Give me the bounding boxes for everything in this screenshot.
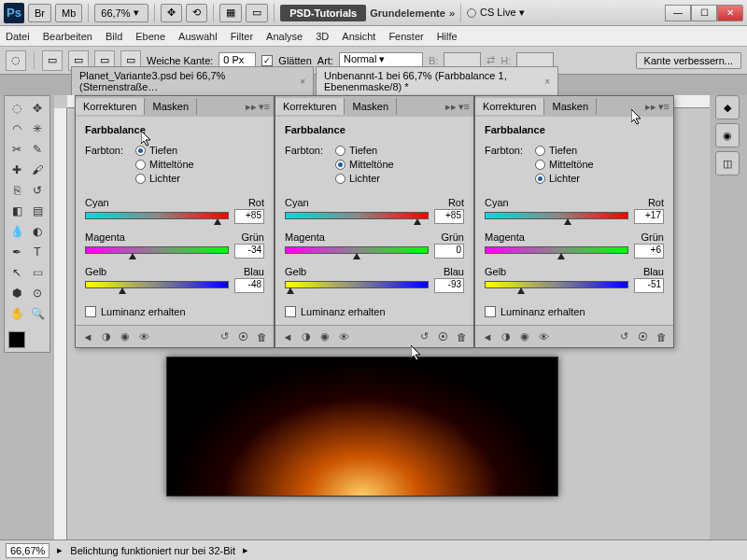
zoom-status[interactable]: 66,67%	[6, 543, 49, 558]
eyedropper-tool[interactable]: ✎	[27, 139, 48, 160]
close-button[interactable]: ✕	[717, 5, 743, 21]
back-icon[interactable]: ◄	[481, 330, 494, 343]
color-panel-icon[interactable]: ◆	[715, 95, 740, 119]
workspace-expand-icon[interactable]: »	[449, 7, 455, 19]
menu-datei[interactable]: Datei	[6, 31, 30, 42]
hand-icon[interactable]: ✥	[161, 4, 182, 22]
toggle-icon[interactable]: ⦿	[236, 330, 249, 343]
radio-lichter[interactable]: Lichter	[135, 173, 194, 184]
bridge-button[interactable]: Br	[28, 4, 51, 22]
radio-lichter[interactable]: Lichter	[535, 173, 594, 184]
adjust-icon[interactable]: ◑	[100, 330, 113, 343]
heal-tool[interactable]: ✚	[7, 160, 27, 180]
refine-edge-button[interactable]: Kante verbessern...	[636, 52, 741, 69]
menu-ebene[interactable]: Ebene	[135, 31, 165, 42]
slider-yb[interactable]	[485, 281, 628, 290]
tab-korrekturen[interactable]: Korrekturen	[76, 98, 145, 115]
luminanz-checkbox[interactable]	[485, 306, 496, 317]
radio-tiefen[interactable]: Tiefen	[135, 145, 194, 156]
menu-bild[interactable]: Bild	[106, 31, 122, 42]
brush-tool[interactable]: 🖌	[27, 160, 48, 180]
slider-value[interactable]: -51	[634, 278, 664, 293]
radio-tiefen[interactable]: Tiefen	[535, 145, 594, 156]
adjust-icon[interactable]: ◑	[300, 330, 313, 343]
tab-korrekturen[interactable]: Korrekturen	[475, 98, 544, 115]
view-icon[interactable]: 👁	[537, 330, 550, 343]
tab-masken[interactable]: Masken	[544, 98, 597, 115]
new-selection-icon[interactable]: ▭	[42, 50, 63, 71]
slider-mg[interactable]	[85, 246, 229, 256]
tab-masken[interactable]: Masken	[345, 98, 397, 115]
document-tab[interactable]: Planet_Variante3.psd bei 66,7% (Sternens…	[71, 66, 314, 95]
close-icon[interactable]: ×	[300, 77, 305, 87]
workspace-tab[interactable]: Grundelemente	[370, 7, 445, 19]
reset-icon[interactable]: ↺	[218, 330, 231, 343]
clip-icon[interactable]: ◉	[119, 330, 132, 343]
menu-fenster[interactable]: Fenster	[388, 31, 423, 42]
slider-cr[interactable]	[85, 212, 229, 221]
slider-mg[interactable]	[485, 246, 628, 256]
radio-tiefen[interactable]: Tiefen	[335, 145, 394, 156]
trash-icon[interactable]: 🗑	[255, 330, 268, 343]
slider-mg[interactable]	[285, 246, 429, 256]
panel-menu-icon[interactable]: ▾≡	[658, 101, 669, 113]
shape-tool[interactable]: ▭	[27, 262, 48, 283]
tab-korrekturen[interactable]: Korrekturen	[275, 98, 345, 115]
foreground-swatch[interactable]	[8, 331, 25, 348]
menu-hilfe[interactable]: Hilfe	[437, 31, 458, 42]
reset-icon[interactable]: ↺	[417, 330, 430, 343]
crop-tool[interactable]: ✂	[7, 139, 27, 160]
hand-tool[interactable]: ✋	[7, 303, 27, 324]
slider-yb[interactable]	[85, 281, 229, 290]
toggle-icon[interactable]: ⦿	[636, 330, 649, 343]
view-icon[interactable]: 👁	[337, 330, 350, 343]
collapse-icon[interactable]: ▸▸	[645, 101, 656, 113]
trash-icon[interactable]: 🗑	[455, 330, 468, 343]
minimize-button[interactable]: —	[665, 5, 691, 21]
stamp-tool[interactable]: ⎘	[7, 180, 27, 201]
styles-panel-icon[interactable]: ◫	[715, 151, 740, 175]
radio-mitteltoene[interactable]: Mitteltöne	[135, 159, 194, 170]
camera-tool[interactable]: ⊙	[27, 283, 48, 303]
slider-value[interactable]: -48	[234, 278, 264, 293]
eraser-tool[interactable]: ◧	[7, 201, 27, 221]
cslive-button[interactable]: CS Live ▾	[467, 7, 525, 19]
menu-bearbeiten[interactable]: Bearbeiten	[43, 31, 92, 42]
slider-value[interactable]: -34	[234, 244, 264, 259]
arrange-icon[interactable]: ▦	[219, 4, 242, 22]
slider-value[interactable]: +17	[634, 209, 664, 224]
radio-lichter[interactable]: Lichter	[335, 173, 394, 184]
type-tool[interactable]: T	[27, 242, 48, 262]
view-icon[interactable]: 👁	[137, 330, 150, 343]
slider-value[interactable]: +85	[234, 209, 264, 224]
zoom-field[interactable]: 66,7% ▾	[94, 4, 148, 22]
swatches-panel-icon[interactable]: ◉	[715, 123, 740, 147]
toggle-icon[interactable]: ⦿	[436, 330, 449, 343]
slider-value[interactable]: +6	[634, 244, 664, 259]
panel-menu-icon[interactable]: ▾≡	[458, 101, 470, 113]
status-arrow-icon[interactable]: ▸	[57, 544, 63, 556]
close-icon[interactable]: ×	[544, 77, 550, 87]
blur-tool[interactable]: 💧	[7, 221, 27, 242]
document-tab-active[interactable]: Unbenannt-1 bei 66,7% (Farbbalance 1, Eb…	[316, 66, 558, 95]
history-brush-tool[interactable]: ↺	[27, 180, 48, 201]
luminanz-checkbox[interactable]	[285, 306, 296, 317]
collapse-icon[interactable]: ▸▸	[445, 101, 457, 113]
slider-value[interactable]: 0	[434, 244, 464, 259]
marquee-tool[interactable]: ◌	[7, 98, 27, 119]
reset-icon[interactable]: ↺	[617, 330, 630, 343]
screenmode-icon[interactable]: ▭	[246, 4, 268, 22]
move-tool[interactable]: ✥	[27, 98, 48, 119]
minibridge-button[interactable]: Mb	[55, 4, 82, 22]
path-tool[interactable]: ↖	[7, 262, 27, 283]
wand-tool[interactable]: ✳	[27, 119, 48, 139]
dodge-tool[interactable]: ◐	[27, 221, 48, 242]
slider-cr[interactable]	[485, 212, 628, 221]
menu-filter[interactable]: Filter	[231, 31, 253, 42]
slider-yb[interactable]	[285, 281, 429, 290]
pen-tool[interactable]: ✒	[7, 242, 27, 262]
antialias-checkbox[interactable]: ✓	[261, 55, 273, 66]
lasso-tool[interactable]: ◠	[7, 119, 27, 139]
clip-icon[interactable]: ◉	[518, 330, 531, 343]
gradient-tool[interactable]: ▤	[27, 201, 48, 221]
